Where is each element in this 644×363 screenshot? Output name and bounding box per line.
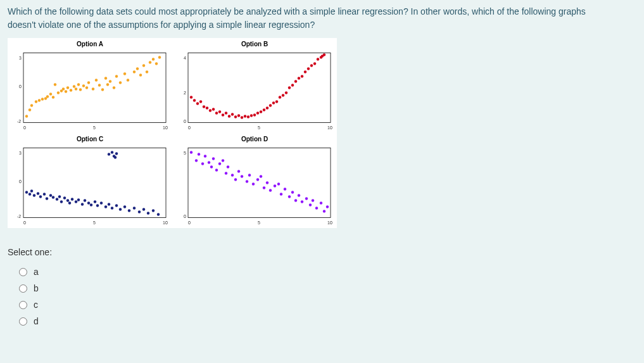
svg-point-36: [106, 83, 109, 86]
svg-point-141: [104, 205, 107, 208]
svg-point-99: [317, 58, 319, 60]
svg-point-31: [92, 87, 94, 90]
svg-point-174: [234, 178, 237, 181]
svg-point-138: [94, 200, 96, 203]
svg-point-114: [114, 156, 117, 158]
svg-point-149: [138, 210, 141, 213]
svg-point-79: [253, 113, 256, 116]
option-label-b: b: [34, 283, 39, 293]
svg-point-151: [147, 212, 149, 214]
svg-point-126: [58, 195, 61, 198]
radio-b[interactable]: [19, 284, 27, 293]
chart-b-plot: 0 5 10 0 2 4: [172, 49, 337, 133]
svg-point-184: [269, 189, 272, 191]
svg-point-145: [119, 208, 122, 210]
svg-point-38: [113, 86, 115, 89]
svg-point-150: [142, 208, 145, 210]
select-one-label: Select one:: [8, 247, 636, 257]
svg-point-179: [252, 182, 255, 185]
svg-point-72: [231, 113, 234, 115]
svg-text:0: 0: [188, 125, 191, 130]
svg-point-18: [57, 91, 60, 94]
svg-point-117: [30, 189, 33, 192]
question-line2: doesn't violate one of the assumptions f…: [8, 20, 315, 30]
svg-point-192: [298, 194, 300, 196]
svg-point-124: [52, 196, 54, 198]
svg-point-46: [142, 64, 145, 67]
svg-point-195: [309, 203, 312, 206]
radio-c[interactable]: [19, 301, 27, 309]
svg-point-82: [263, 108, 265, 111]
svg-point-78: [250, 114, 253, 117]
svg-point-97: [310, 64, 313, 67]
svg-text:0: 0: [184, 119, 186, 124]
svg-point-196: [312, 199, 314, 201]
chart-c-plot: 0 5 10 -2 0 3: [8, 144, 172, 228]
radio-a[interactable]: [19, 268, 27, 276]
svg-point-49: [152, 58, 155, 60]
svg-point-32: [95, 79, 98, 81]
svg-point-146: [123, 205, 126, 208]
svg-point-142: [108, 203, 110, 205]
svg-point-110: [108, 153, 110, 155]
radio-d[interactable]: [19, 317, 27, 326]
option-label-c: c: [34, 300, 38, 310]
svg-point-199: [323, 210, 325, 212]
svg-point-81: [260, 110, 262, 113]
options-list: a b c d: [8, 264, 636, 329]
svg-point-25: [75, 87, 77, 90]
svg-point-23: [70, 89, 72, 91]
svg-point-50: [155, 62, 158, 65]
svg-point-12: [41, 98, 44, 100]
svg-point-35: [104, 77, 107, 79]
svg-text:0: 0: [19, 84, 22, 89]
svg-point-198: [320, 201, 322, 204]
svg-point-123: [49, 194, 52, 196]
svg-point-16: [52, 96, 54, 98]
answer-section: Select one: a b c d: [8, 247, 636, 329]
svg-point-51: [158, 56, 161, 58]
svg-point-11: [38, 99, 41, 101]
svg-point-200: [326, 205, 329, 208]
svg-point-197: [315, 207, 318, 209]
svg-point-94: [301, 75, 303, 77]
option-label-d: d: [34, 316, 39, 326]
chart-a-title: Option A: [77, 41, 103, 48]
svg-point-96: [307, 67, 310, 70]
svg-text:0: 0: [188, 220, 191, 225]
svg-point-125: [56, 198, 58, 200]
svg-point-164: [204, 155, 206, 157]
svg-point-42: [127, 79, 129, 81]
svg-point-115: [25, 191, 28, 193]
svg-point-163: [201, 162, 204, 165]
svg-point-66: [212, 108, 215, 110]
svg-point-30: [87, 81, 90, 84]
svg-point-7: [25, 115, 28, 117]
svg-point-187: [280, 193, 282, 195]
svg-text:0: 0: [184, 214, 186, 219]
svg-point-80: [256, 111, 259, 114]
svg-point-111: [111, 151, 113, 153]
svg-point-153: [157, 213, 160, 215]
svg-point-139: [96, 204, 99, 207]
svg-point-186: [277, 182, 280, 185]
svg-point-162: [198, 153, 200, 155]
svg-text:5: 5: [93, 125, 96, 130]
svg-point-26: [77, 83, 80, 86]
svg-text:2: 2: [184, 91, 186, 95]
svg-text:0: 0: [19, 179, 22, 184]
svg-point-10: [35, 100, 37, 103]
svg-point-17: [54, 83, 56, 86]
svg-point-44: [136, 67, 139, 70]
svg-point-70: [225, 111, 227, 114]
svg-point-148: [133, 207, 136, 209]
svg-point-40: [119, 81, 122, 84]
svg-point-190: [291, 191, 294, 193]
svg-point-74: [237, 114, 240, 117]
svg-point-167: [212, 157, 215, 160]
svg-point-86: [275, 100, 278, 103]
chart-b-title: Option B: [241, 41, 268, 48]
chart-d-title: Option D: [241, 136, 268, 143]
svg-point-22: [66, 86, 69, 89]
svg-text:5: 5: [258, 125, 260, 130]
